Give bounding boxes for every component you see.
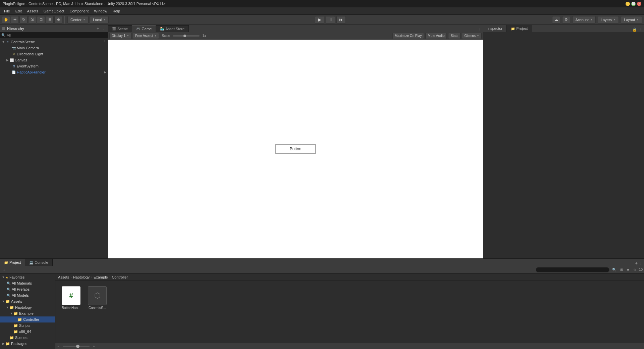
- inspector-more-icon[interactable]: ⋮: [639, 28, 643, 32]
- breadcrumb-example[interactable]: Example: [94, 275, 108, 279]
- extra-tool[interactable]: ⊛: [54, 16, 62, 23]
- hierarchy-add-btn[interactable]: +: [95, 26, 101, 31]
- mute-audio-btn[interactable]: Mute Audio: [425, 33, 447, 39]
- pivot-dropdown[interactable]: Center ▼: [67, 16, 89, 23]
- bottom-tab-project[interactable]: 📁 Project: [0, 259, 25, 266]
- bottom-status-bar: － ＋: [55, 343, 644, 349]
- bottom-area: 📁 Project 💻 Console + ⋮ + 🔍 ⊞ ★ ☆ 10: [0, 258, 644, 349]
- project-main-area: Assets › Haptology › Example › Controlle…: [55, 273, 644, 349]
- menu-edit[interactable]: Edit: [13, 8, 24, 14]
- hierarchy-item-eventsystem[interactable]: ▶ ⚙ EventSystem: [0, 63, 108, 69]
- tab-scene[interactable]: 🎬 Scene: [108, 25, 132, 32]
- hierarchy-search-input[interactable]: [7, 33, 106, 37]
- collab-btn[interactable]: ☁: [552, 16, 560, 23]
- hierarchy-more-btn[interactable]: ⋮: [102, 26, 106, 31]
- bottom-more-btn[interactable]: ⋮: [639, 261, 643, 266]
- zoom-slider[interactable]: [63, 346, 90, 347]
- plus-icon[interactable]: ＋: [92, 344, 96, 349]
- breadcrumb-haptology[interactable]: Haptology: [73, 275, 90, 279]
- sidebar-controller[interactable]: ▶ 📁 Controller: [0, 316, 55, 322]
- haptic-arrow[interactable]: ▶: [104, 70, 106, 74]
- scripts-folder-icon: 📁: [13, 323, 18, 328]
- tab-scene-label: Scene: [117, 27, 128, 31]
- menu-window[interactable]: Window: [91, 8, 110, 14]
- asset-item-controlsscene[interactable]: ⬡ ControlsS...: [86, 285, 109, 311]
- sidebar-scripts[interactable]: ▶ 📁 Scripts: [0, 322, 55, 329]
- layout-dropdown[interactable]: Layout ▼: [621, 16, 642, 23]
- packages-label: Packages: [11, 342, 27, 346]
- display-dropdown[interactable]: Display 1 ▼: [109, 33, 131, 39]
- close-btn[interactable]: ✕: [637, 2, 641, 6]
- sidebar-all-materials[interactable]: 🔍 All Materials: [0, 280, 55, 286]
- sidebar-all-prefabs[interactable]: 🔍 All Prefabs: [0, 286, 55, 292]
- rect-tool[interactable]: ⊡: [37, 16, 45, 23]
- play-button[interactable]: ▶: [315, 16, 324, 23]
- sidebar-packages[interactable]: ▶ 📁 Packages: [0, 341, 55, 347]
- pause-button[interactable]: ⏸: [326, 16, 335, 23]
- view-tabs-more[interactable]: ⋮: [478, 28, 482, 32]
- maximize-on-play-btn[interactable]: Maximize On Play: [392, 33, 424, 39]
- inspector-lock-icon[interactable]: 🔒: [632, 28, 637, 32]
- tab-project[interactable]: 📁 Project: [507, 25, 532, 32]
- sidebar-assets[interactable]: ▼ 📁 Assets: [0, 298, 55, 304]
- favorites-star-icon: ★: [5, 276, 8, 279]
- hierarchy-item-maincamera[interactable]: ▶ 📷 Main Camera: [0, 45, 108, 51]
- project-search-input[interactable]: [536, 267, 609, 272]
- minimize-btn[interactable]: ─: [626, 2, 630, 6]
- gizmos-btn[interactable]: Gizmos ▼: [462, 33, 482, 39]
- sidebar-example[interactable]: ▼ 📁 Example: [0, 310, 55, 316]
- hierarchy-item-controlsscene[interactable]: ▼ ≡ ControlsScene ⋮: [0, 39, 108, 45]
- stats-btn[interactable]: Stats: [448, 33, 461, 39]
- scale-tool[interactable]: ⇲: [28, 16, 36, 23]
- breadcrumb-controller[interactable]: Controller: [112, 275, 128, 279]
- step-button[interactable]: ⏭: [336, 16, 346, 23]
- x86-label: x86_64: [19, 330, 31, 334]
- aspect-dropdown[interactable]: Free Aspect ▼: [133, 33, 159, 39]
- move-tool[interactable]: ✛: [11, 16, 19, 23]
- scale-slider[interactable]: [173, 35, 200, 37]
- transform-tool[interactable]: ⊞: [46, 16, 54, 23]
- scene-options-icon[interactable]: ⋮: [103, 40, 106, 44]
- menu-file[interactable]: File: [1, 8, 13, 14]
- layers-dropdown[interactable]: Layers ▼: [598, 16, 619, 23]
- project-add-btn[interactable]: +: [1, 267, 7, 272]
- maximize-btn[interactable]: ⬜: [631, 2, 636, 6]
- hierarchy-item-hapticapihandler[interactable]: ▶ 📄 HapticApiHandler ▶: [0, 69, 108, 75]
- project-fav-btn[interactable]: ☆: [632, 267, 638, 272]
- bottom-tab-console[interactable]: 💻 Console: [25, 259, 52, 266]
- expand-arrow-canvas: ▶: [5, 58, 9, 62]
- sidebar-all-models[interactable]: 🔍 All Models: [0, 292, 55, 298]
- tab-game[interactable]: 🎮 Game: [132, 25, 156, 32]
- pivot-chevron: ▼: [83, 18, 86, 21]
- hierarchy-menu-icon[interactable]: ☰: [2, 27, 5, 30]
- asset-item-buttonhandler[interactable]: # ButtonHan...: [59, 285, 83, 311]
- project-view-toggle[interactable]: ⊞: [619, 267, 624, 272]
- breadcrumb-assets[interactable]: Assets: [58, 275, 69, 279]
- menu-help[interactable]: Help: [110, 8, 123, 14]
- hierarchy-item-directionallight[interactable]: ▶ ☀ Directional Light: [0, 51, 108, 57]
- breadcrumb-sep2: ›: [91, 275, 92, 279]
- cloud-btn[interactable]: ⚙: [562, 16, 570, 23]
- sidebar-haptology[interactable]: ▼ 📁 Haptology: [0, 304, 55, 310]
- sidebar-favorites[interactable]: ▼ ★ Favorites: [0, 274, 55, 280]
- account-dropdown[interactable]: Account ▼: [572, 16, 596, 23]
- expand-arrow-scene: ▼: [1, 40, 5, 44]
- project-star-btn[interactable]: ★: [626, 267, 631, 272]
- sidebar-scenes[interactable]: ▶ 📁 Scenes: [0, 335, 55, 341]
- assets-label: Assets: [11, 299, 22, 303]
- packages-folder-icon: 📁: [5, 342, 10, 346]
- menu-gameobject[interactable]: GameObject: [41, 8, 67, 14]
- hierarchy-item-canvas[interactable]: ▶ ⬜ Canvas: [0, 57, 108, 63]
- title-text: PluginPoligon - ControlsScene - PC, Mac …: [3, 2, 166, 6]
- bottom-add-btn[interactable]: +: [634, 260, 639, 266]
- menu-component[interactable]: Component: [67, 8, 91, 14]
- hand-tool[interactable]: ✋: [2, 16, 10, 23]
- tab-assetstore[interactable]: 🏪 Asset Store: [156, 25, 189, 32]
- local-dropdown[interactable]: Local ▼: [90, 16, 109, 23]
- sidebar-x86[interactable]: ▶ 📁 x86_64: [0, 329, 55, 335]
- rotate-tool[interactable]: ↻: [19, 16, 28, 23]
- menu-assets[interactable]: Assets: [24, 8, 41, 14]
- center-button[interactable]: Button: [275, 144, 316, 154]
- tab-inspector[interactable]: Inspector: [483, 25, 507, 32]
- minus-icon[interactable]: －: [57, 344, 60, 349]
